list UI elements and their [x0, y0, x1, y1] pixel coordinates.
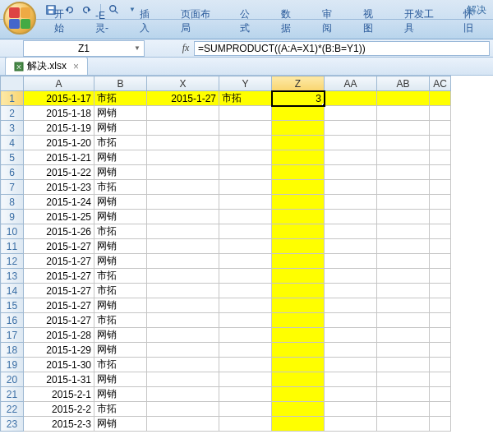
cell[interactable]: [219, 180, 272, 195]
cell[interactable]: [377, 254, 430, 269]
column-header-Y[interactable]: Y: [219, 76, 272, 91]
cell[interactable]: [272, 387, 325, 402]
name-box[interactable]: Z1 ▼: [23, 40, 145, 57]
ribbon-tab-formula[interactable]: 公式: [228, 4, 270, 39]
cell[interactable]: [430, 313, 451, 328]
cell[interactable]: [325, 284, 377, 298]
cell[interactable]: 2015-1-22: [24, 165, 94, 180]
cell[interactable]: [430, 239, 451, 254]
row-header[interactable]: 14: [1, 284, 24, 298]
cell[interactable]: [325, 417, 377, 432]
row-header[interactable]: 4: [1, 136, 24, 150]
row-header[interactable]: 13: [1, 269, 24, 284]
cell[interactable]: [325, 298, 377, 313]
cell[interactable]: [147, 224, 219, 239]
row-header[interactable]: 20: [1, 372, 24, 387]
cell[interactable]: [272, 372, 325, 387]
cell[interactable]: 2015-1-27: [24, 254, 94, 269]
cell[interactable]: [377, 284, 430, 298]
cell[interactable]: [147, 165, 219, 180]
cell[interactable]: 2015-2-2: [24, 402, 94, 417]
cell[interactable]: [147, 195, 219, 210]
ribbon-tab-home[interactable]: 开始: [43, 4, 84, 39]
cell[interactable]: [377, 195, 430, 210]
cell[interactable]: [325, 180, 377, 195]
cell[interactable]: 2015-1-17: [24, 91, 94, 106]
cell[interactable]: [219, 372, 272, 387]
cell[interactable]: [430, 150, 451, 165]
cell[interactable]: 2015-1-25: [24, 210, 94, 224]
cell[interactable]: 网销: [94, 417, 147, 432]
cell[interactable]: [219, 358, 272, 372]
cell[interactable]: [219, 195, 272, 210]
cell[interactable]: 2015-1-19: [24, 121, 94, 136]
cell[interactable]: [430, 180, 451, 195]
cell[interactable]: [219, 269, 272, 284]
cell[interactable]: [377, 106, 430, 121]
cell[interactable]: [272, 269, 325, 284]
cell[interactable]: 2015-1-21: [24, 150, 94, 165]
cell[interactable]: [272, 328, 325, 343]
cell[interactable]: [147, 387, 219, 402]
row-header[interactable]: 2: [1, 106, 24, 121]
cell[interactable]: [325, 254, 377, 269]
cell[interactable]: [147, 121, 219, 136]
cell[interactable]: [325, 150, 377, 165]
cell[interactable]: [377, 313, 430, 328]
ribbon-tab-review[interactable]: 审阅: [311, 4, 352, 39]
row-header[interactable]: 17: [1, 328, 24, 343]
cell[interactable]: [219, 313, 272, 328]
cell[interactable]: 市拓: [94, 269, 147, 284]
column-header-Z[interactable]: Z: [272, 76, 325, 91]
cell[interactable]: [272, 239, 325, 254]
cell[interactable]: 2015-1-18: [24, 106, 94, 121]
cell[interactable]: [325, 239, 377, 254]
cell[interactable]: 2015-1-29: [24, 343, 94, 358]
row-header[interactable]: 21: [1, 387, 24, 402]
cell[interactable]: [430, 343, 451, 358]
cell[interactable]: [377, 150, 430, 165]
ribbon-tab-layout[interactable]: 页面布局: [169, 4, 228, 39]
cell[interactable]: 2015-2-1: [24, 387, 94, 402]
cell[interactable]: 2015-1-30: [24, 358, 94, 372]
fx-icon[interactable]: fx: [177, 42, 194, 54]
cell[interactable]: [377, 224, 430, 239]
cell[interactable]: [377, 387, 430, 402]
cell[interactable]: [147, 150, 219, 165]
cell[interactable]: 市拓: [94, 91, 147, 106]
column-header-A[interactable]: A: [24, 76, 94, 91]
cell[interactable]: [219, 254, 272, 269]
cell[interactable]: [325, 313, 377, 328]
cell[interactable]: [325, 106, 377, 121]
name-box-dropdown-icon[interactable]: ▼: [132, 43, 142, 54]
cell[interactable]: [430, 91, 451, 106]
cell[interactable]: [219, 121, 272, 136]
cell[interactable]: [430, 328, 451, 343]
cell[interactable]: [219, 298, 272, 313]
cell[interactable]: [325, 343, 377, 358]
cell[interactable]: [219, 402, 272, 417]
cell[interactable]: [430, 195, 451, 210]
cell[interactable]: [430, 284, 451, 298]
cell[interactable]: [272, 313, 325, 328]
cell[interactable]: 2015-1-28: [24, 328, 94, 343]
cell[interactable]: [272, 224, 325, 239]
cell[interactable]: [272, 284, 325, 298]
cell[interactable]: [377, 372, 430, 387]
cell[interactable]: [325, 328, 377, 343]
cell[interactable]: [430, 165, 451, 180]
cell[interactable]: [219, 150, 272, 165]
cell[interactable]: [430, 224, 451, 239]
cell[interactable]: [219, 224, 272, 239]
cell[interactable]: [272, 254, 325, 269]
ribbon-tab-data[interactable]: 数据: [270, 4, 311, 39]
cell[interactable]: [377, 343, 430, 358]
cell[interactable]: 网销: [94, 195, 147, 210]
cell[interactable]: 2015-2-3: [24, 417, 94, 432]
row-header[interactable]: 15: [1, 298, 24, 313]
row-header[interactable]: 3: [1, 121, 24, 136]
cell[interactable]: [219, 284, 272, 298]
cell[interactable]: 网销: [94, 165, 147, 180]
cell[interactable]: 2015-1-27: [24, 298, 94, 313]
cell[interactable]: 网销: [94, 106, 147, 121]
